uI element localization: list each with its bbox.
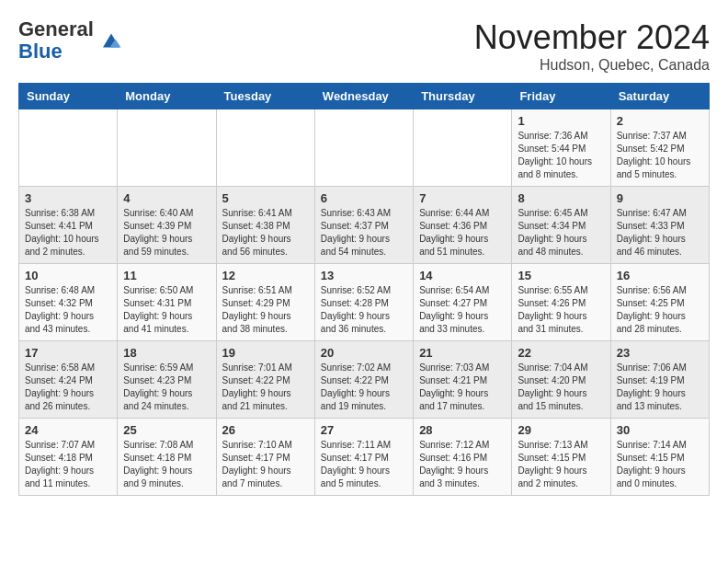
- day-info: Sunrise: 6:48 AM Sunset: 4:32 PM Dayligh…: [25, 284, 111, 336]
- calendar-day-cell: 29Sunrise: 7:13 AM Sunset: 4:15 PM Dayli…: [512, 419, 610, 496]
- weekday-header: Saturday: [610, 84, 709, 109]
- calendar-day-cell: [19, 109, 118, 187]
- calendar-day-cell: 3Sunrise: 6:38 AM Sunset: 4:41 PM Daylig…: [19, 187, 118, 264]
- day-info: Sunrise: 6:38 AM Sunset: 4:41 PM Dayligh…: [25, 207, 111, 259]
- day-info: Sunrise: 6:52 AM Sunset: 4:28 PM Dayligh…: [321, 284, 407, 336]
- day-number: 1: [518, 114, 604, 128]
- day-info: Sunrise: 6:45 AM Sunset: 4:34 PM Dayligh…: [518, 207, 604, 259]
- weekday-header: Friday: [512, 84, 610, 109]
- day-number: 27: [321, 423, 407, 437]
- calendar-day-cell: [314, 109, 413, 187]
- day-number: 11: [123, 269, 210, 282]
- day-number: 16: [617, 269, 703, 282]
- calendar-day-cell: 22Sunrise: 7:04 AM Sunset: 4:20 PM Dayli…: [512, 341, 610, 419]
- calendar-day-cell: 6Sunrise: 6:43 AM Sunset: 4:37 PM Daylig…: [314, 187, 413, 264]
- day-info: Sunrise: 7:11 AM Sunset: 4:17 PM Dayligh…: [321, 439, 407, 490]
- day-info: Sunrise: 7:07 AM Sunset: 4:18 PM Dayligh…: [25, 439, 111, 490]
- calendar-day-cell: 2Sunrise: 7:37 AM Sunset: 5:42 PM Daylig…: [610, 109, 709, 187]
- day-number: 5: [222, 191, 309, 205]
- calendar-day-cell: 25Sunrise: 7:08 AM Sunset: 4:18 PM Dayli…: [118, 419, 216, 496]
- calendar-day-cell: 12Sunrise: 6:51 AM Sunset: 4:29 PM Dayli…: [216, 264, 314, 341]
- calendar-day-cell: 5Sunrise: 6:41 AM Sunset: 4:38 PM Daylig…: [216, 187, 314, 264]
- day-info: Sunrise: 7:36 AM Sunset: 5:44 PM Dayligh…: [518, 130, 604, 181]
- calendar-week-row: 10Sunrise: 6:48 AM Sunset: 4:32 PM Dayli…: [19, 264, 710, 341]
- calendar-day-cell: 21Sunrise: 7:03 AM Sunset: 4:21 PM Dayli…: [414, 341, 512, 419]
- calendar-day-cell: 24Sunrise: 7:07 AM Sunset: 4:18 PM Dayli…: [19, 419, 118, 496]
- day-number: 22: [518, 346, 604, 360]
- day-number: 9: [617, 191, 703, 205]
- day-number: 21: [419, 346, 506, 360]
- day-info: Sunrise: 6:51 AM Sunset: 4:29 PM Dayligh…: [222, 284, 309, 336]
- calendar-day-cell: 7Sunrise: 6:44 AM Sunset: 4:36 PM Daylig…: [414, 187, 512, 264]
- day-info: Sunrise: 7:04 AM Sunset: 4:20 PM Dayligh…: [518, 362, 604, 413]
- calendar-week-row: 17Sunrise: 6:58 AM Sunset: 4:24 PM Dayli…: [19, 341, 710, 419]
- weekday-header: Thursday: [414, 84, 512, 109]
- day-info: Sunrise: 6:40 AM Sunset: 4:39 PM Dayligh…: [123, 207, 210, 259]
- day-number: 18: [123, 346, 210, 360]
- day-number: 24: [25, 423, 111, 437]
- day-number: 20: [321, 346, 407, 360]
- calendar-day-cell: 18Sunrise: 6:59 AM Sunset: 4:23 PM Dayli…: [118, 341, 216, 419]
- weekday-header: Monday: [118, 84, 216, 109]
- calendar-week-row: 1Sunrise: 7:36 AM Sunset: 5:44 PM Daylig…: [19, 109, 710, 187]
- calendar-day-cell: 26Sunrise: 7:10 AM Sunset: 4:17 PM Dayli…: [216, 419, 314, 496]
- day-number: 6: [321, 191, 407, 205]
- logo-blue: Blue: [18, 40, 63, 63]
- calendar-week-row: 24Sunrise: 7:07 AM Sunset: 4:18 PM Dayli…: [19, 419, 710, 496]
- day-number: 13: [321, 269, 407, 282]
- day-number: 25: [123, 423, 210, 437]
- calendar-day-cell: [216, 109, 314, 187]
- calendar-day-cell: 30Sunrise: 7:14 AM Sunset: 4:15 PM Dayli…: [610, 419, 709, 496]
- calendar-day-cell: 19Sunrise: 7:01 AM Sunset: 4:22 PM Dayli…: [216, 341, 314, 419]
- calendar-day-cell: 16Sunrise: 6:56 AM Sunset: 4:25 PM Dayli…: [610, 264, 709, 341]
- calendar-day-cell: 9Sunrise: 6:47 AM Sunset: 4:33 PM Daylig…: [610, 187, 709, 264]
- day-info: Sunrise: 7:10 AM Sunset: 4:17 PM Dayligh…: [222, 439, 309, 490]
- calendar-day-cell: 13Sunrise: 6:52 AM Sunset: 4:28 PM Dayli…: [314, 264, 413, 341]
- day-number: 29: [518, 423, 604, 437]
- calendar-header-row: SundayMondayTuesdayWednesdayThursdayFrid…: [19, 84, 710, 109]
- day-info: Sunrise: 6:43 AM Sunset: 4:37 PM Dayligh…: [321, 207, 407, 259]
- calendar-day-cell: 23Sunrise: 7:06 AM Sunset: 4:19 PM Dayli…: [610, 341, 709, 419]
- title-area: November 2024 Hudson, Quebec, Canada: [474, 18, 710, 74]
- day-info: Sunrise: 7:06 AM Sunset: 4:19 PM Dayligh…: [617, 362, 703, 413]
- day-number: 12: [222, 269, 309, 282]
- month-title: November 2024: [474, 18, 710, 57]
- calendar-day-cell: 14Sunrise: 6:54 AM Sunset: 4:27 PM Dayli…: [414, 264, 512, 341]
- day-info: Sunrise: 6:55 AM Sunset: 4:26 PM Dayligh…: [518, 284, 604, 336]
- calendar-day-cell: 10Sunrise: 6:48 AM Sunset: 4:32 PM Dayli…: [19, 264, 118, 341]
- day-number: 15: [518, 269, 604, 282]
- page-header: General Blue November 2024 Hudson, Quebe…: [18, 18, 710, 74]
- calendar-day-cell: 28Sunrise: 7:12 AM Sunset: 4:16 PM Dayli…: [414, 419, 512, 496]
- calendar-week-row: 3Sunrise: 6:38 AM Sunset: 4:41 PM Daylig…: [19, 187, 710, 264]
- day-info: Sunrise: 6:58 AM Sunset: 4:24 PM Dayligh…: [25, 362, 111, 413]
- calendar-table: SundayMondayTuesdayWednesdayThursdayFrid…: [18, 83, 710, 496]
- day-number: 8: [518, 191, 604, 205]
- calendar-day-cell: 15Sunrise: 6:55 AM Sunset: 4:26 PM Dayli…: [512, 264, 610, 341]
- day-number: 2: [617, 114, 703, 128]
- day-info: Sunrise: 6:47 AM Sunset: 4:33 PM Dayligh…: [617, 207, 703, 259]
- day-number: 26: [222, 423, 309, 437]
- day-info: Sunrise: 6:54 AM Sunset: 4:27 PM Dayligh…: [419, 284, 506, 336]
- day-info: Sunrise: 6:59 AM Sunset: 4:23 PM Dayligh…: [123, 362, 210, 413]
- calendar-day-cell: [118, 109, 216, 187]
- day-number: 17: [25, 346, 111, 360]
- day-number: 4: [123, 191, 210, 205]
- day-number: 28: [419, 423, 506, 437]
- day-number: 30: [617, 423, 703, 437]
- day-info: Sunrise: 7:37 AM Sunset: 5:42 PM Dayligh…: [617, 130, 703, 181]
- weekday-header: Tuesday: [216, 84, 314, 109]
- day-info: Sunrise: 7:08 AM Sunset: 4:18 PM Dayligh…: [123, 439, 210, 490]
- day-info: Sunrise: 7:02 AM Sunset: 4:22 PM Dayligh…: [321, 362, 407, 413]
- calendar-day-cell: 11Sunrise: 6:50 AM Sunset: 4:31 PM Dayli…: [118, 264, 216, 341]
- calendar-day-cell: 17Sunrise: 6:58 AM Sunset: 4:24 PM Dayli…: [19, 341, 118, 419]
- day-number: 14: [419, 269, 506, 282]
- logo: General Blue: [18, 18, 125, 63]
- calendar-day-cell: 1Sunrise: 7:36 AM Sunset: 5:44 PM Daylig…: [512, 109, 610, 187]
- day-number: 10: [25, 269, 111, 282]
- day-info: Sunrise: 7:03 AM Sunset: 4:21 PM Dayligh…: [419, 362, 506, 413]
- day-info: Sunrise: 6:41 AM Sunset: 4:38 PM Dayligh…: [222, 207, 309, 259]
- logo-icon: [97, 27, 125, 54]
- day-number: 7: [419, 191, 506, 205]
- calendar-day-cell: 4Sunrise: 6:40 AM Sunset: 4:39 PM Daylig…: [118, 187, 216, 264]
- logo-general: General: [18, 17, 94, 40]
